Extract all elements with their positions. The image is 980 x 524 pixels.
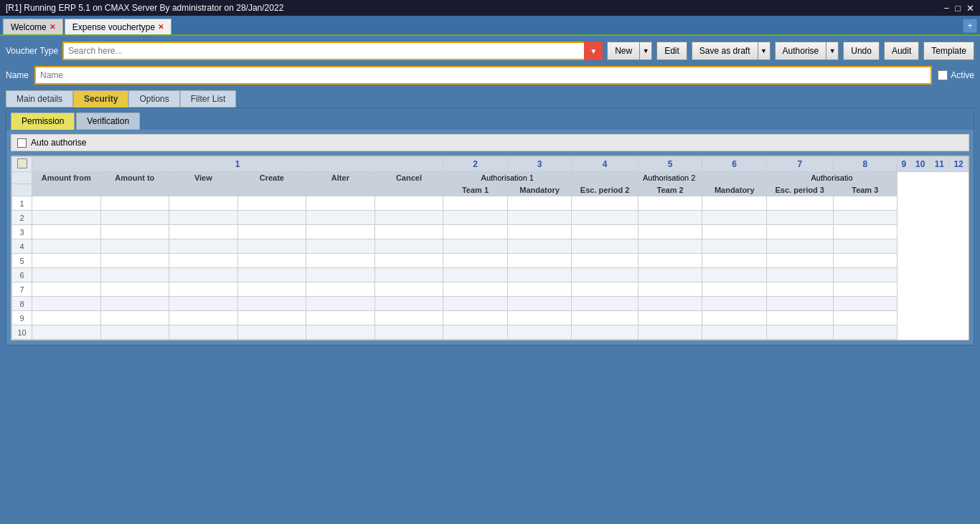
cell-r3-c3[interactable] [237,225,306,239]
cell-r10-c0[interactable] [32,325,101,340]
cell-r6-c6[interactable] [443,268,508,282]
cell-r10-c5[interactable] [374,325,443,340]
cell-r5-c7[interactable] [507,254,572,268]
authorise-button[interactable]: Authorise [775,42,826,60]
cell-r6-c2[interactable] [169,268,238,282]
sub-tab-main-details[interactable]: Main details [6,90,73,108]
tab-welcome-close[interactable]: ✕ [50,23,55,31]
template-button[interactable]: Template [923,42,974,60]
cell-r6-c11[interactable] [766,268,833,282]
cell-r2-c1[interactable] [100,211,169,225]
cell-r7-c8[interactable] [572,282,639,297]
search-input[interactable] [62,42,603,60]
cell-r3-c8[interactable] [572,225,639,239]
cell-r10-c9[interactable] [638,325,702,340]
cell-r1-c7[interactable] [507,196,572,211]
cell-r7-c0[interactable] [32,282,101,297]
cell-r10-c3[interactable] [237,325,306,340]
cell-r1-c4[interactable] [306,196,375,211]
cell-r2-c9[interactable] [638,211,702,225]
cell-r8-c9[interactable] [638,297,702,311]
cell-r4-c6[interactable] [443,239,508,254]
permission-grid[interactable]: 1 2 3 4 5 6 7 8 9 10 11 12 [11,156,969,340]
cell-r9-c7[interactable] [507,311,572,325]
cell-r5-c4[interactable] [306,254,375,268]
cell-r8-c2[interactable] [169,297,238,311]
name-input[interactable] [34,66,932,85]
cell-r5-c5[interactable] [374,254,443,268]
cell-r1-c5[interactable] [374,196,443,211]
cell-r4-c10[interactable] [702,239,767,254]
cell-r9-c9[interactable] [638,311,702,325]
cell-r3-c12[interactable] [833,225,897,239]
cell-r1-c11[interactable] [766,196,833,211]
new-button[interactable]: New [607,42,639,60]
cell-r10-c2[interactable] [169,325,238,340]
cell-r4-c7[interactable] [507,239,572,254]
cell-r1-c0[interactable] [32,196,101,211]
minimize-button[interactable]: − [944,3,950,14]
cell-r5-c9[interactable] [638,254,702,268]
cell-r1-c6[interactable] [443,196,508,211]
cell-r7-c10[interactable] [702,282,767,297]
active-checkbox[interactable]: ✓ [938,70,948,80]
cell-r5-c1[interactable] [100,254,169,268]
save-as-draft-dropdown-button[interactable]: ▼ [758,42,771,60]
cell-r3-c4[interactable] [306,225,375,239]
cell-r7-c7[interactable] [507,282,572,297]
sub-tab-filter-list[interactable]: Filter List [180,90,237,108]
restore-button[interactable]: □ [955,3,961,14]
cell-r7-c1[interactable] [100,282,169,297]
cell-r3-c2[interactable] [169,225,238,239]
cell-r10-c6[interactable] [443,325,508,340]
cell-r4-c9[interactable] [638,239,702,254]
cell-r6-c3[interactable] [237,268,306,282]
cell-r10-c1[interactable] [100,325,169,340]
add-tab-button[interactable]: + [963,19,977,33]
cell-r1-c2[interactable] [169,196,238,211]
cell-r8-c4[interactable] [306,297,375,311]
cell-r2-c2[interactable] [169,211,238,225]
sub-tab-options[interactable]: Options [128,90,179,108]
cell-r2-c3[interactable] [237,211,306,225]
cell-r2-c8[interactable] [572,211,639,225]
cell-r9-c12[interactable] [833,311,897,325]
cell-r9-c1[interactable] [100,311,169,325]
sub-tab-security[interactable]: Security [73,90,128,108]
cell-r3-c6[interactable] [443,225,508,239]
cell-r9-c11[interactable] [766,311,833,325]
select-all-checkbox[interactable] [17,158,27,168]
cell-r4-c8[interactable] [572,239,639,254]
cell-r8-c12[interactable] [833,297,897,311]
cell-r5-c3[interactable] [237,254,306,268]
cell-r3-c5[interactable] [374,225,443,239]
cell-r10-c4[interactable] [306,325,375,340]
cell-r8-c10[interactable] [702,297,767,311]
cell-r5-c0[interactable] [32,254,101,268]
cell-r5-c11[interactable] [766,254,833,268]
cell-r4-c5[interactable] [374,239,443,254]
cell-r2-c6[interactable] [443,211,508,225]
cell-r8-c11[interactable] [766,297,833,311]
cell-r2-c5[interactable] [374,211,443,225]
cell-r2-c12[interactable] [833,211,897,225]
cell-r9-c4[interactable] [306,311,375,325]
cell-r3-c0[interactable] [32,225,101,239]
cell-r6-c8[interactable] [572,268,639,282]
cell-r1-c1[interactable] [100,196,169,211]
cell-r6-c5[interactable] [374,268,443,282]
cell-r3-c10[interactable] [702,225,767,239]
cell-r3-c7[interactable] [507,225,572,239]
cell-r4-c12[interactable] [833,239,897,254]
cell-r7-c11[interactable] [766,282,833,297]
cell-r5-c6[interactable] [443,254,508,268]
cell-r3-c11[interactable] [766,225,833,239]
cell-r1-c8[interactable] [572,196,639,211]
audit-button[interactable]: Audit [884,42,919,60]
undo-button[interactable]: Undo [843,42,880,60]
cell-r7-c2[interactable] [169,282,238,297]
cell-r6-c9[interactable] [638,268,702,282]
search-dropdown-button[interactable]: ▼ [584,42,603,60]
cell-r10-c8[interactable] [572,325,639,340]
cell-r7-c4[interactable] [306,282,375,297]
